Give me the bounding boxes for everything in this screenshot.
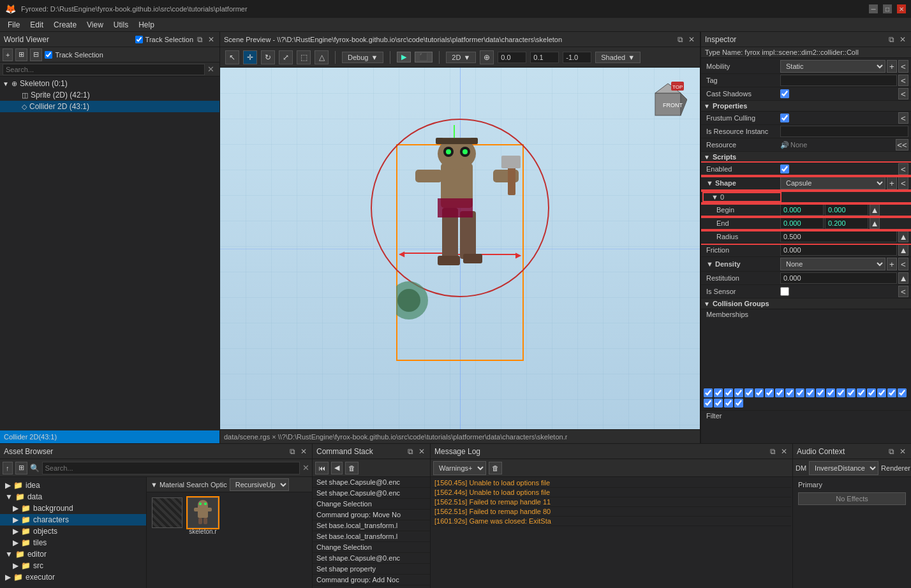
mem-cb-3[interactable] xyxy=(724,388,733,397)
resource-link[interactable]: << xyxy=(896,139,908,151)
begin-link[interactable]: ▲ xyxy=(870,204,880,216)
begin-y-input[interactable] xyxy=(825,204,868,216)
enabled-link[interactable]: < xyxy=(898,163,908,175)
mem-cb-16[interactable] xyxy=(857,388,866,397)
world-viewer-search-clear[interactable]: ✕ xyxy=(205,64,217,74)
val3-input[interactable] xyxy=(563,52,591,63)
frustum-link[interactable]: < xyxy=(898,112,908,124)
end-y-input[interactable] xyxy=(825,217,868,229)
tree-item-skeleton[interactable]: ▼ ⊕ Skeleton (0:1) xyxy=(0,78,219,89)
cast-shadows-checkbox[interactable] xyxy=(780,89,789,98)
frustum-culling-checkbox[interactable] xyxy=(780,114,789,122)
friction-input[interactable] xyxy=(780,244,897,256)
restitution-input[interactable] xyxy=(780,272,897,284)
mem-cb-21[interactable] xyxy=(704,399,713,408)
tree-item-collider2d[interactable]: ◇ Collider 2D (43:1) xyxy=(0,101,219,112)
cmd-clear[interactable]: 🗑 xyxy=(345,462,359,474)
audio-close-button[interactable]: ✕ xyxy=(898,447,907,456)
shape-add[interactable]: + xyxy=(887,177,897,189)
asset-item-characters[interactable]: ▶ 📁 characters xyxy=(0,514,146,526)
distance-model-select[interactable]: InverseDistance xyxy=(809,461,878,475)
restitution-link[interactable]: ▲ xyxy=(898,272,908,284)
asset-file-skeleton-p[interactable] xyxy=(152,497,182,528)
window-controls[interactable]: ─ □ ✕ xyxy=(869,4,906,13)
tree-item-sprite[interactable]: ◫ Sprite (2D) (42:1) xyxy=(0,89,219,101)
collision-groups-section[interactable]: ▼ Collision Groups xyxy=(701,298,911,309)
mem-cb-6[interactable] xyxy=(755,388,764,397)
wv-add-button[interactable]: + xyxy=(3,48,13,61)
msg-log-close-button[interactable]: ✕ xyxy=(780,447,789,456)
mem-cb-18[interactable] xyxy=(877,388,886,397)
cast-shadows-link[interactable]: < xyxy=(898,88,908,99)
mem-cb-17[interactable] xyxy=(867,388,876,397)
mem-cb-22[interactable] xyxy=(714,399,723,408)
tool-rotate[interactable]: ↻ xyxy=(261,50,275,64)
mem-cb-20[interactable] xyxy=(898,388,907,397)
asset-item-data[interactable]: ▼ 📁 data xyxy=(0,491,146,503)
material-search-select[interactable]: RecursiveUp xyxy=(230,478,289,491)
properties-section[interactable]: ▼ Properties xyxy=(701,101,911,112)
cmd-item-6[interactable]: Set base.local_transform.l xyxy=(313,531,430,542)
friction-link[interactable]: ▲ xyxy=(898,244,908,256)
mem-cb-2[interactable] xyxy=(714,388,723,397)
mobility-link[interactable]: < xyxy=(898,60,908,73)
cmd-stack-float-button[interactable]: ⧉ xyxy=(406,447,415,456)
is-sensor-checkbox[interactable] xyxy=(780,287,789,296)
cmd-undo[interactable]: ◀ xyxy=(331,462,343,474)
radius-link[interactable]: ▲ xyxy=(898,231,908,242)
asset-item-background[interactable]: ▶ 📁 background xyxy=(0,503,146,514)
enabled-checkbox[interactable] xyxy=(780,165,789,173)
cmd-item-8[interactable]: Set shape.Capsule@0.enc xyxy=(313,553,430,564)
asset-item-objects[interactable]: ▶ 📁 objects xyxy=(0,526,146,537)
scene-content[interactable]: ◀ ▶ xyxy=(220,68,700,429)
is-resource-input[interactable] xyxy=(780,126,908,137)
cmd-item-10[interactable]: Command group: Add Noc xyxy=(313,575,430,585)
shape-select[interactable]: Capsule xyxy=(780,177,885,189)
asset-browser-float-button[interactable]: ⧉ xyxy=(288,447,297,456)
mem-cb-12[interactable] xyxy=(816,388,825,397)
menu-utils[interactable]: Utils xyxy=(108,19,133,31)
menu-edit[interactable]: Edit xyxy=(25,19,48,31)
mem-cb-11[interactable] xyxy=(806,388,815,397)
asset-item-idea[interactable]: ▶ 📁 idea xyxy=(0,480,146,491)
is-sensor-link[interactable]: < xyxy=(898,286,908,297)
stop-button[interactable]: ⬛ xyxy=(415,52,433,62)
inspector-float-button[interactable]: ⧉ xyxy=(887,35,896,44)
mem-cb-10[interactable] xyxy=(796,388,804,397)
asset-item-tiles[interactable]: ▶ 📁 tiles xyxy=(0,537,146,548)
end-link[interactable]: ▲ xyxy=(870,217,880,229)
mem-cb-19[interactable] xyxy=(887,388,896,397)
val2-input[interactable] xyxy=(530,52,559,63)
play-button[interactable]: ▶ xyxy=(397,52,411,62)
world-viewer-float-button[interactable]: ⧉ xyxy=(196,35,204,44)
wv-sync-checkbox[interactable] xyxy=(45,51,52,59)
tool-scale[interactable]: ⤢ xyxy=(279,50,293,64)
nav-icon[interactable]: ⊕ xyxy=(480,50,494,64)
cmd-undo-all[interactable]: ⏮ xyxy=(315,462,329,474)
msg-log-float-button[interactable]: ⧉ xyxy=(769,447,777,456)
scene-preview-float-button[interactable]: ⧉ xyxy=(676,35,685,44)
menu-view[interactable]: View xyxy=(82,19,108,31)
tree-expand-skeleton[interactable]: ▼ xyxy=(3,80,9,87)
mem-cb-13[interactable] xyxy=(826,388,835,397)
menu-help[interactable]: Help xyxy=(133,19,159,31)
mem-cb-4[interactable] xyxy=(734,388,743,397)
audio-float-button[interactable]: ⧉ xyxy=(887,447,896,456)
mem-cb-14[interactable] xyxy=(836,388,845,397)
wv-expand-button[interactable]: ⊞ xyxy=(15,48,27,61)
close-button[interactable]: ✕ xyxy=(897,4,906,13)
cmd-item-5[interactable]: Set base.local_transform.l xyxy=(313,520,430,531)
tool-move[interactable]: ✛ xyxy=(243,50,257,64)
density-add[interactable]: + xyxy=(887,258,897,270)
mem-cb-9[interactable] xyxy=(785,388,794,397)
cmd-item-1[interactable]: Set shape.Capsule@0.enc xyxy=(313,477,430,488)
world-viewer-close-button[interactable]: ✕ xyxy=(207,35,216,44)
asset-file-skeleton-r[interactable]: skeleton.r xyxy=(188,497,218,535)
density-link[interactable]: < xyxy=(898,258,908,270)
begin-x-input[interactable] xyxy=(780,204,824,216)
cmd-stack-close-button[interactable]: ✕ xyxy=(417,447,426,456)
asset-search-clear[interactable]: ✕ xyxy=(302,463,309,473)
tag-input[interactable] xyxy=(780,75,897,86)
mem-cb-8[interactable] xyxy=(775,388,784,397)
mem-cb-15[interactable] xyxy=(847,388,855,397)
